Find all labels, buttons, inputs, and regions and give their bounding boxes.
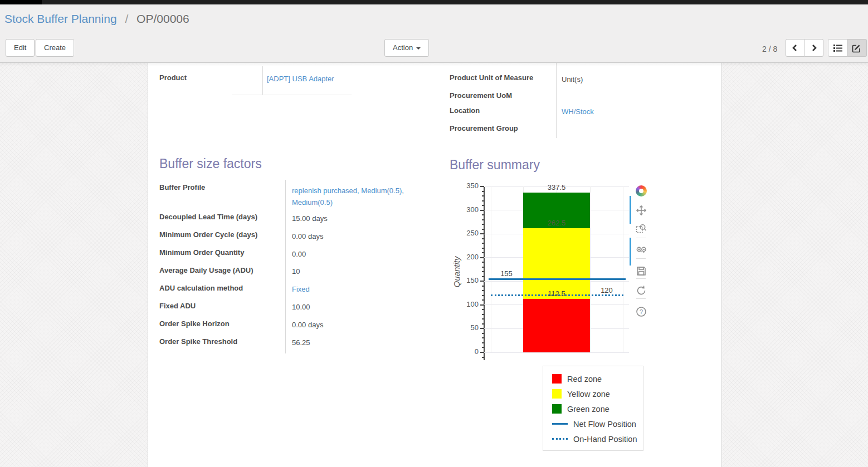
breadcrumb-parent-link[interactable]: Stock Buffer Planning	[4, 12, 117, 25]
field-label-product-uom: Product Unit of Measure	[450, 73, 533, 82]
field-label-location: Location	[450, 106, 480, 115]
chart-annotation: 120	[590, 286, 623, 294]
content-background: Product [ADPT] USB Adapter Product Unit …	[0, 63, 868, 467]
breadcrumb: Stock Buffer Planning / OP/00006	[4, 12, 189, 26]
net-flow-line-swatch-icon	[552, 423, 568, 425]
field-value-adu-method-link[interactable]: Fixed	[292, 285, 310, 293]
legend-item-on-hand-position[interactable]: On-Hand Position	[543, 431, 643, 446]
field-value-order-spike-horizon: 0.00 days	[292, 321, 323, 329]
breadcrumb-current: OP/00006	[136, 12, 189, 25]
y-axis-major-tick	[480, 281, 484, 282]
y-tick-label: 200	[452, 253, 479, 261]
y-axis-minor-tick	[482, 229, 484, 230]
y-axis-minor-tick	[482, 262, 484, 263]
value-unit: days	[312, 214, 327, 223]
chart-annotation: 262.5	[540, 219, 573, 227]
pager-count[interactable]: 2 / 8	[762, 45, 777, 53]
y-tick-label: 150	[452, 276, 479, 284]
legend-label: Red zone	[567, 375, 602, 384]
field-value-decoupled-lead-time: 15.00 days	[292, 214, 328, 223]
y-axis-minor-tick	[482, 290, 484, 291]
field-label-adu-method: ADU calculation method	[159, 284, 243, 292]
y-axis-minor-tick	[482, 318, 484, 319]
field-value-product-link[interactable]: [ADPT] USB Adapter	[267, 75, 334, 83]
yellow-zone-swatch-icon	[552, 389, 562, 399]
form-view-button[interactable]	[847, 39, 867, 57]
bar-segment-red-zone	[523, 299, 590, 352]
y-axis-major-tick	[480, 233, 484, 234]
field-label-min-order-cycle: Minimum Order Cycle (days)	[159, 230, 257, 239]
svg-text:?: ?	[640, 308, 643, 315]
y-axis-minor-tick	[482, 205, 484, 206]
field-value-order-spike-threshold: 56.25	[292, 338, 310, 347]
red-zone-swatch-icon	[552, 374, 562, 384]
legend-label: Green zone	[567, 405, 609, 414]
y-axis-minor-tick	[482, 271, 484, 272]
field-value-buffer-profile-link[interactable]: replenish purchased, Medium(0.5), Medium…	[292, 185, 432, 208]
bar-segment-yellow-zone	[523, 228, 590, 299]
legend-item-yellow-zone[interactable]: Yellow zone	[543, 386, 643, 401]
field-separator	[556, 63, 557, 138]
help-icon[interactable]: ?	[636, 306, 647, 317]
field-value-product-uom: Unit(s)	[562, 75, 583, 83]
chart-legend: Red zone Yellow zone Green zone Net Flow…	[543, 366, 643, 451]
y-tick-label: 50	[452, 323, 479, 332]
field-value-min-order-quantity: 0.00	[292, 250, 306, 258]
control-panel: Stock Buffer Planning / OP/00006 Edit Cr…	[0, 4, 868, 63]
legend-item-green-zone[interactable]: Green zone	[543, 401, 643, 416]
gridline-vertical	[623, 186, 623, 352]
field-value-location-link[interactable]: WH/Stock	[562, 107, 594, 116]
save-icon[interactable]	[636, 266, 647, 277]
y-axis-major-tick	[480, 210, 484, 211]
modebar-active-indicator	[630, 196, 631, 224]
chart-plot-area[interactable]: 337.5262.5112.5155120	[484, 186, 629, 352]
caret-down-icon	[416, 47, 421, 50]
zoom-in-out-icon[interactable]	[636, 245, 647, 256]
reset-axes-icon[interactable]	[636, 285, 647, 296]
list-view-icon	[833, 43, 843, 52]
field-label-product: Product	[159, 73, 187, 82]
plotly-logo-icon[interactable]	[636, 185, 647, 196]
y-tick-label: 250	[452, 229, 479, 237]
action-label: Action	[393, 43, 413, 52]
gridline-vertical	[590, 186, 591, 352]
pan-icon[interactable]	[636, 205, 647, 216]
y-axis-minor-tick	[482, 309, 484, 310]
value-number: 15.00	[292, 214, 310, 223]
y-axis-minor-tick	[482, 200, 484, 201]
y-axis-minor-tick	[482, 299, 484, 301]
modebar-separator	[636, 278, 646, 279]
y-axis-minor-tick	[482, 191, 484, 192]
legend-label: Yellow zone	[567, 390, 610, 399]
value-number: 0.00	[292, 232, 306, 240]
legend-item-net-flow-position[interactable]: Net Flow Position	[543, 416, 643, 431]
modebar-separator	[636, 238, 646, 238]
field-value-adu: 10	[292, 267, 300, 276]
y-axis-minor-tick	[482, 267, 484, 268]
y-axis-minor-tick	[482, 214, 484, 215]
modebar-separator	[636, 298, 646, 299]
field-label-procurement-uom: Procurement UoM	[450, 91, 512, 100]
section-title-buffer-summary: Buffer summary	[450, 158, 540, 172]
next-record-button[interactable]	[804, 39, 823, 57]
modebar-separator	[636, 258, 646, 259]
net-flow-position-line	[489, 278, 626, 280]
y-axis-minor-tick	[482, 243, 484, 244]
field-separator	[262, 66, 263, 95]
action-dropdown-button[interactable]: Action	[384, 39, 429, 57]
field-value-min-order-cycle: 0.00 days	[292, 232, 323, 240]
field-label-fixed-adu: Fixed ADU	[159, 302, 196, 310]
y-axis-minor-tick	[482, 295, 484, 296]
section-title-buffer-size-factors: Buffer size factors	[159, 156, 262, 171]
field-label-min-order-quantity: Minimum Order Quantity	[159, 248, 244, 257]
box-zoom-icon[interactable]	[636, 223, 647, 234]
edit-button[interactable]: Edit	[6, 39, 35, 57]
legend-item-red-zone[interactable]: Red zone	[543, 371, 643, 386]
y-axis-minor-tick	[482, 219, 484, 220]
field-label-order-spike-horizon: Order Spike Horizon	[159, 319, 230, 328]
previous-record-button[interactable]	[786, 39, 804, 57]
form-sheet: Product [ADPT] USB Adapter Product Unit …	[148, 63, 722, 467]
create-button[interactable]: Create	[36, 39, 74, 57]
list-view-button[interactable]	[828, 39, 847, 57]
y-tick-label: 300	[452, 205, 479, 214]
